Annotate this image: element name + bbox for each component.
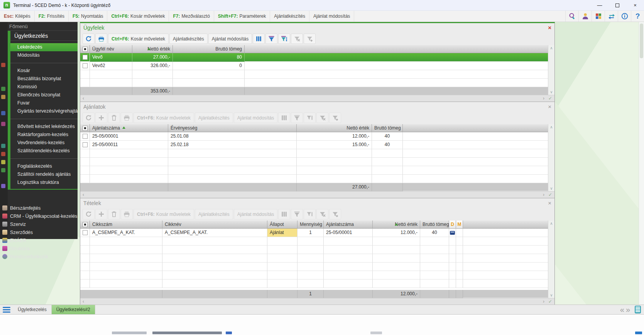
print-button[interactable]	[121, 113, 133, 123]
menu-item-mezovalaszto[interactable]: F7: Mezőválasztó	[169, 11, 214, 22]
kosar-muveletek-button[interactable]: Ctrl+F6: Kosár műveletek	[134, 209, 194, 219]
kosar-muveletek-button[interactable]: Ctrl+F6: Kosár műveletek	[134, 113, 194, 123]
ajanlatkeszites-button[interactable]: Ajánlatkészítés	[169, 34, 208, 44]
table-row[interactable]: A_CSEMPE_A_KAT. A_CSEMPE_A_KAT. Ajánlat …	[80, 229, 548, 237]
table-row[interactable]: 25-05/00001 25.01.08 12.000,- 40	[80, 132, 548, 141]
column-chooser-icon[interactable]	[278, 209, 290, 219]
column-header-ajanlatszama[interactable]: Ajánlatszáma	[324, 221, 373, 229]
ajanlatkeszites-button[interactable]: Ajánlatkészítés	[195, 113, 233, 123]
column-header-netto-ertek[interactable]: Nettó érték	[297, 124, 372, 132]
scroll-left-icon[interactable]: ‹	[83, 299, 84, 304]
tab-scroll-right-icon[interactable]: »	[626, 305, 630, 314]
sidebar-item-beszallitas-bizonylat[interactable]: Beszállítás bizonylat	[10, 75, 78, 83]
column-header-mennyiseg[interactable]: Mennyiség	[297, 221, 324, 229]
sidebar-item-lekerdezes[interactable]: Lekérdezés	[10, 43, 78, 51]
scroll-down-icon[interactable]: ∨	[550, 90, 553, 94]
refresh-button[interactable]	[83, 209, 95, 219]
scroll-up-icon[interactable]: ∧	[550, 46, 553, 50]
column-header-allapot[interactable]: Állapot	[267, 221, 297, 229]
submenu-title[interactable]: Ügyletkezelés	[10, 31, 78, 41]
ajanlat-modositas-button[interactable]: Ajánlat módosítás	[234, 209, 277, 219]
scroll-right-icon[interactable]: ›	[543, 192, 544, 197]
panel-close-icon[interactable]: ×	[548, 104, 551, 109]
maximize-button[interactable]	[609, 0, 626, 10]
column-header-d[interactable]: D	[449, 221, 456, 229]
sidebar-item-kosar[interactable]: Kosár	[10, 67, 78, 75]
horizontal-scrollbar[interactable]: ‹ › ✓	[80, 95, 554, 101]
column-header-m[interactable]: M	[456, 221, 463, 229]
add-button[interactable]	[95, 113, 107, 123]
sidebar-item-foglalaskezeles[interactable]: Foglaláskezelés	[10, 162, 78, 170]
switch-user-icon[interactable]	[605, 11, 618, 22]
menu-item-ajanlatkeszites[interactable]: Ajánlatkészítés	[270, 11, 309, 22]
column-header-brutto-tomeg[interactable]: Bruttó tömeg	[173, 45, 245, 53]
row-checkbox[interactable]	[80, 141, 90, 149]
column-header-netto-ertek[interactable]: Nettó érték	[132, 45, 173, 53]
modules-tiles-icon[interactable]	[592, 11, 605, 22]
sidebar-item-struktura[interactable]: Struktúra	[0, 244, 78, 253]
row-checkbox[interactable]	[80, 229, 90, 237]
sidebar-item-raktarforgalom[interactable]: Raktárforgalom-kezelés	[10, 131, 78, 139]
select-all-checkbox[interactable]	[80, 124, 90, 132]
filter-icon[interactable]	[291, 113, 303, 123]
column-chooser-icon[interactable]	[253, 34, 265, 44]
filter-add-icon[interactable]	[304, 34, 316, 44]
sidebar-item-bovitett-keszlet[interactable]: Bővített készlet lekérdezés	[10, 123, 78, 131]
tab-ugyletkezeles-2[interactable]: Ügyletkezelés#2	[52, 305, 95, 314]
panel-close-icon[interactable]: ×	[548, 200, 551, 206]
menu-item-parameterek[interactable]: Shift+F7: Paraméterek	[214, 11, 270, 22]
vertical-scrollbar[interactable]: ∧ ∨	[548, 221, 554, 298]
scroll-up-icon[interactable]: ∧	[550, 125, 553, 129]
sidebar-item-ellenorzes-bizonylat[interactable]: Ellenőrzés bizonylat	[10, 91, 78, 99]
vertical-scrollbar[interactable]: ∧ ∨	[548, 45, 554, 95]
select-all-checkbox[interactable]	[80, 45, 90, 53]
column-header-brutto-tomeg[interactable]: Bruttó tömeg	[372, 124, 403, 132]
column-header-brutto-tomeg[interactable]: Bruttó tömeg	[420, 221, 449, 229]
table-row[interactable]: Vevő2 326.000,- 0	[80, 62, 548, 70]
sidebar-item-ekaer[interactable]: EKÁER	[0, 236, 78, 244]
filter-icon[interactable]	[265, 34, 277, 44]
column-header-cikknev[interactable]: Cikknév	[162, 221, 267, 229]
refresh-button[interactable]	[83, 34, 95, 44]
user-icon[interactable]	[578, 11, 592, 22]
sidebar-item-vevorendeles[interactable]: Vevőrendelés-kezelés	[10, 139, 78, 147]
row-checkbox[interactable]	[80, 62, 90, 70]
column-chooser-icon[interactable]	[278, 113, 290, 123]
select-all-checkbox[interactable]	[80, 221, 90, 229]
filter-icon[interactable]	[291, 209, 303, 219]
refresh-button[interactable]	[83, 113, 95, 123]
filter-clear-icon[interactable]	[291, 34, 303, 44]
scroll-up-icon[interactable]: ∧	[550, 221, 553, 226]
session-list-icon[interactable]	[635, 306, 641, 313]
print-button[interactable]	[95, 34, 107, 44]
filter-add-icon[interactable]	[329, 209, 341, 219]
filter-edit-icon[interactable]	[304, 113, 316, 123]
column-header-ervenyesseg[interactable]: Érvényesség	[168, 124, 297, 132]
filter-edit-icon[interactable]	[304, 209, 316, 219]
scroll-right-icon[interactable]: ›	[543, 299, 544, 304]
filter-clear-icon[interactable]	[316, 113, 328, 123]
panel-close-icon[interactable]: ×	[548, 25, 551, 30]
row-checkbox[interactable]	[80, 53, 90, 62]
filter-add-icon[interactable]	[329, 113, 341, 123]
column-header-netto-ertek[interactable]: Nettó érték	[373, 221, 420, 229]
sidebar-item-modositas[interactable]: Módosítás	[10, 51, 78, 59]
table-row-selected[interactable]: Vevő 27.000,- 80	[80, 53, 548, 62]
sidebar-item-gyartas-tervezes[interactable]: Gyártás tervezés/végrehajtás	[10, 107, 78, 115]
sidebar-item-szerzodes[interactable]: Szerződés	[0, 228, 78, 236]
row-checkbox[interactable]	[80, 132, 90, 141]
add-button[interactable]	[95, 209, 107, 219]
sidebar-item-szerviz[interactable]: Szerviz	[0, 220, 78, 228]
search-icon[interactable]	[565, 11, 578, 22]
column-header-ugyfel-nev[interactable]: Ügyfél név	[90, 45, 132, 53]
sidebar-item-logisztika-struktura[interactable]: Logisztika struktúra	[10, 178, 78, 187]
sidebar-item-berszamfejtes[interactable]: Bérszámfejtés	[0, 204, 78, 212]
tab-ugyletkezeles[interactable]: Ügyletkezelés	[13, 305, 52, 314]
scroll-right-icon[interactable]: ›	[543, 96, 544, 101]
print-button[interactable]	[121, 209, 133, 219]
sidebar-item-fuvar[interactable]: Fuvar	[10, 99, 78, 107]
info-icon[interactable]	[618, 11, 631, 22]
sidebar-item-crm[interactable]: CRM - Ügyfélkapcsolat-kezelés	[0, 212, 78, 220]
scroll-left-icon[interactable]: ‹	[83, 96, 84, 101]
menu-hamburger-icon[interactable]	[0, 305, 13, 314]
